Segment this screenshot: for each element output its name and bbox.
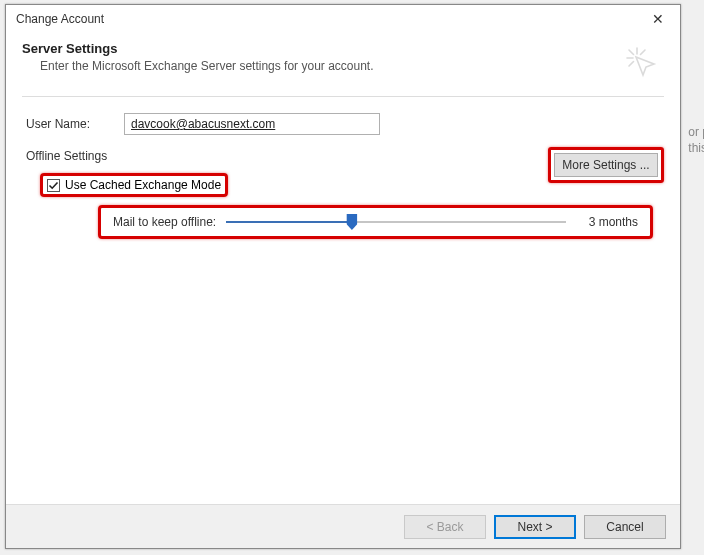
close-icon: ✕: [652, 11, 664, 27]
slider-thumb[interactable]: [346, 214, 357, 230]
check-icon: [48, 180, 59, 191]
cancel-button[interactable]: Cancel: [584, 515, 666, 539]
background-text: or p this: [688, 125, 704, 156]
mail-offline-slider[interactable]: [226, 214, 566, 230]
svg-line-2: [629, 50, 634, 55]
highlight-cached-mode: Use Cached Exchange Mode: [40, 173, 228, 197]
highlight-slider: Mail to keep offline: 3 months: [98, 205, 653, 239]
username-value: davcook@abacusnext.com: [131, 117, 275, 131]
username-label: User Name:: [26, 117, 124, 131]
next-button[interactable]: Next >: [494, 515, 576, 539]
page-title: Server Settings: [22, 41, 624, 56]
dialog-footer: < Back Next > Cancel: [6, 504, 680, 548]
svg-line-4: [629, 62, 634, 67]
cached-mode-checkbox[interactable]: [47, 179, 60, 192]
highlight-more-settings: More Settings ...: [548, 147, 664, 183]
close-button[interactable]: ✕: [638, 6, 678, 32]
username-field[interactable]: davcook@abacusnext.com: [124, 113, 380, 135]
cached-mode-label: Use Cached Exchange Mode: [65, 178, 221, 192]
slider-track-line: [226, 221, 566, 223]
mail-offline-value: 3 months: [576, 215, 638, 229]
titlebar: Change Account ✕: [6, 5, 680, 33]
window-title: Change Account: [16, 12, 104, 26]
svg-line-3: [641, 50, 646, 55]
change-account-dialog: Change Account ✕ Server Settings Enter t…: [5, 4, 681, 549]
mail-offline-label: Mail to keep offline:: [113, 215, 216, 229]
slider-thumb-icon: [346, 214, 357, 230]
page-subtitle: Enter the Microsoft Exchange Server sett…: [40, 59, 624, 73]
cursor-click-icon: [624, 45, 658, 82]
back-button: < Back: [404, 515, 486, 539]
more-settings-button[interactable]: More Settings ...: [554, 153, 658, 177]
